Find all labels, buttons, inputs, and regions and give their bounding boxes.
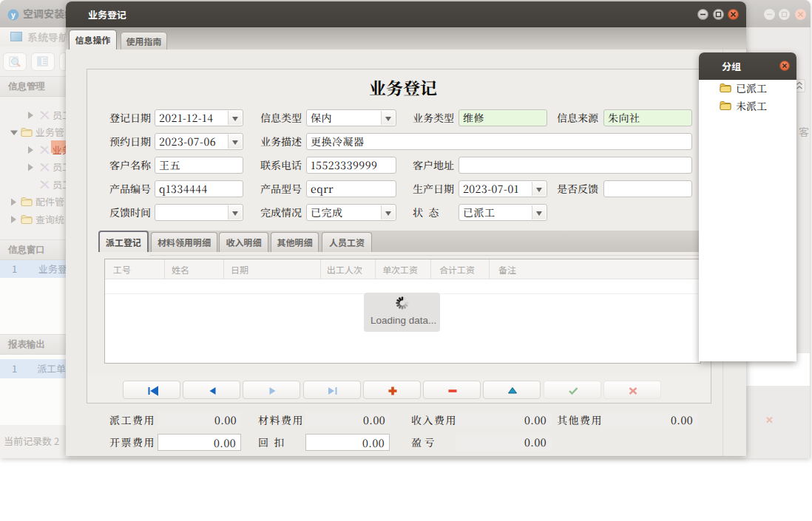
svg-text:y: y	[11, 10, 16, 19]
